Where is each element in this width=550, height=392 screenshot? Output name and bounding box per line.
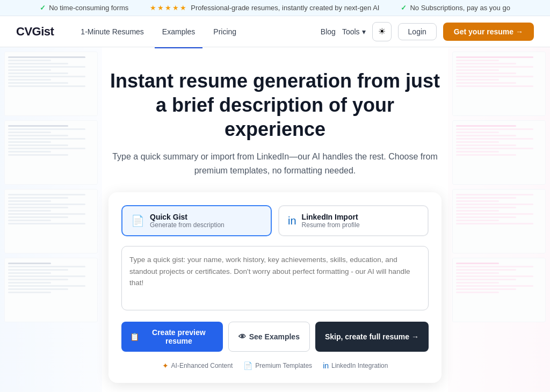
tab-quick-gist-text: Quick Gist Generate from description <box>150 213 225 229</box>
action-buttons: 📋 Create preview resume 👁 See Examples S… <box>121 322 429 352</box>
pill-ai-label: AI-Enhanced Content <box>171 362 233 369</box>
resume-thumb-pink-2 <box>452 120 546 185</box>
hero-subtitle: Type a quick summary or import from Link… <box>108 150 442 177</box>
skip-button[interactable]: Skip, create full resume → <box>315 322 429 352</box>
hero-title: Instant resume generation from just a br… <box>108 69 442 141</box>
main-card: 📄 Quick Gist Generate from description i… <box>108 192 442 383</box>
resume-thumb-pink-3 <box>452 189 546 253</box>
linkedin-icon: in <box>288 215 296 227</box>
check-icon-2: ✓ <box>401 4 407 12</box>
nav-links: 1-Minute Resumes Examples Pricing <box>73 24 244 39</box>
stars-icon: ★★★★★ <box>150 4 187 12</box>
tab-quick-gist-title: Quick Gist <box>150 213 225 221</box>
bg-right-col <box>448 47 550 392</box>
skip-button-label: Skip, create full resume → <box>325 332 419 341</box>
nav-right: Blog Tools ▾ ☀ Login Get your resume → <box>321 22 534 41</box>
card-tabs: 📄 Quick Gist Generate from description i… <box>121 205 429 236</box>
banner-text-1: No time-consuming forms <box>49 4 128 12</box>
get-resume-button[interactable]: Get your resume → <box>443 23 534 41</box>
banner-text-3: No Subscriptions, pay as you go <box>410 4 510 12</box>
document-check-icon: 📄 <box>243 361 252 370</box>
tab-quick-gist-sub: Generate from description <box>150 221 225 229</box>
nav-link-examples[interactable]: Examples <box>155 24 202 39</box>
pill-ai-enhanced: ✦ AI-Enhanced Content <box>162 361 233 370</box>
tab-linkedin-sub: Resume from profile <box>302 221 360 229</box>
banner-item-2: ★★★★★ Professional-grade resumes, instan… <box>150 4 379 12</box>
linkedin-small-icon: in <box>323 361 329 370</box>
tab-linkedin-import[interactable]: in LinkedIn Import Resume from profile <box>278 205 429 236</box>
login-button[interactable]: Login <box>398 23 437 40</box>
pill-linkedin-label: LinkedIn Integration <box>331 362 388 369</box>
navbar: CVGist 1-Minute Resumes Examples Pricing… <box>0 16 550 47</box>
resume-thumb-3 <box>4 189 98 253</box>
pill-linkedin-integration: in LinkedIn Integration <box>323 361 388 370</box>
feature-pills: ✦ AI-Enhanced Content 📄 Premium Template… <box>121 361 429 370</box>
create-preview-button[interactable]: 📋 Create preview resume <box>121 322 223 352</box>
theme-toggle-button[interactable]: ☀ <box>372 22 392 41</box>
document-icon: 📄 <box>131 214 144 227</box>
top-banner: ✓ No time-consuming forms ★★★★★ Professi… <box>0 0 550 16</box>
check-icon-1: ✓ <box>40 4 46 12</box>
banner-item-1: ✓ No time-consuming forms <box>40 4 128 12</box>
create-button-label: Create preview resume <box>143 328 214 345</box>
pill-premium-templates: 📄 Premium Templates <box>243 361 312 370</box>
bg-left-col <box>0 47 102 392</box>
resume-thumb-pink-4 <box>452 258 546 322</box>
resume-thumb-2 <box>4 120 98 185</box>
tab-linkedin-title: LinkedIn Import <box>302 213 360 221</box>
tools-dropdown[interactable]: Tools ▾ <box>342 27 366 36</box>
resume-thumb-pink-1 <box>452 52 546 116</box>
nav-link-1-minute-resumes[interactable]: 1-Minute Resumes <box>73 24 151 39</box>
nav-link-pricing[interactable]: Pricing <box>206 24 244 39</box>
create-icon: 📋 <box>130 332 139 341</box>
pill-templates-label: Premium Templates <box>255 362 312 369</box>
resume-thumb-4 <box>4 258 98 322</box>
tools-label: Tools <box>342 27 360 36</box>
hero-content: Instant resume generation from just a br… <box>108 69 442 192</box>
hero-section: Instant resume generation from just a br… <box>0 47 550 392</box>
sparkle-icon: ✦ <box>162 361 169 370</box>
blog-link[interactable]: Blog <box>321 27 336 36</box>
tab-quick-gist[interactable]: 📄 Quick Gist Generate from description <box>121 205 272 236</box>
gist-textarea[interactable] <box>121 246 429 310</box>
banner-item-3: ✓ No Subscriptions, pay as you go <box>401 4 510 12</box>
banner-text-2: Professional-grade resumes, instantly cr… <box>191 4 379 12</box>
eye-icon: 👁 <box>238 332 246 341</box>
chevron-down-icon: ▾ <box>362 27 366 36</box>
see-examples-button[interactable]: 👁 See Examples <box>228 322 310 352</box>
logo[interactable]: CVGist <box>16 25 54 39</box>
resume-thumb-1 <box>4 52 98 116</box>
examples-button-label: See Examples <box>249 332 300 341</box>
tab-linkedin-text: LinkedIn Import Resume from profile <box>302 213 360 229</box>
